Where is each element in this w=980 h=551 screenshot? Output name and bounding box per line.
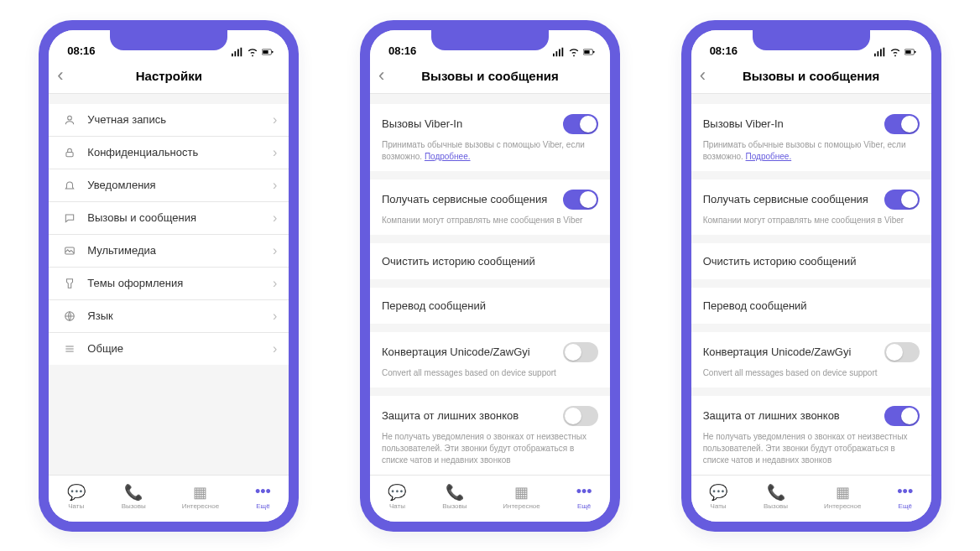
setting-label: Перевод сообщений (703, 299, 807, 312)
section-unicode: Конвертация Unicode/ZawGyi Convert all m… (691, 332, 931, 387)
setting-label: Очистить историю сообщений (703, 255, 857, 268)
content: Вызовы Viber-In Принимать обычные вызовы… (691, 94, 931, 475)
settings-row-general[interactable]: Общие › (49, 333, 289, 365)
learn-more-link[interactable]: Подробнее. (746, 152, 792, 161)
battery-icon (262, 47, 274, 57)
setting-desc: Не получать уведомления о звонках от неи… (691, 431, 931, 475)
setting-label: Очистить историю сообщений (382, 255, 535, 268)
setting-service-msg: Получать сервисные сообщения (370, 179, 610, 215)
learn-more-link[interactable]: Подробнее. (425, 152, 471, 161)
tab-label: Ещё (256, 502, 269, 510)
tab-calls[interactable]: 📞Вызовы (122, 484, 146, 510)
svg-rect-8 (66, 152, 73, 156)
nav-bar: ‹ Вызовы и сообщения (370, 59, 610, 94)
setting-label: Конвертация Unicode/ZawGyi (703, 346, 852, 358)
tab-chats[interactable]: 💬Чаты (388, 484, 406, 510)
status-icons (232, 47, 274, 57)
phone-mockup-2: 08:16 ‹ Вызовы и сообщения Вызовы Viber-… (360, 20, 620, 532)
setting-translate[interactable]: Перевод сообщений (370, 288, 610, 324)
screen: 08:16 ‹ Вызовы и сообщения Вызовы Viber-… (370, 30, 610, 522)
wifi-icon (889, 47, 901, 57)
setting-label: Защита от лишних звонков (382, 409, 519, 422)
chevron-right-icon: › (273, 178, 277, 193)
tab-calls[interactable]: 📞Вызовы (764, 484, 788, 510)
wifi-icon (568, 47, 580, 57)
settings-row-language[interactable]: Язык › (49, 300, 289, 333)
settings-row-media[interactable]: Мультимедиа › (49, 235, 289, 268)
section-clear-history: Очистить историю сообщений (691, 243, 931, 279)
setting-desc: Не получать уведомления о звонках от неи… (370, 431, 610, 475)
chat-icon (60, 212, 79, 224)
row-label: Общие (79, 342, 273, 355)
tab-chats[interactable]: 💬Чаты (709, 484, 727, 510)
media-icon (60, 245, 79, 257)
chevron-right-icon: › (273, 309, 277, 324)
tab-more[interactable]: •••Ещё (255, 484, 271, 510)
row-label: Мультимедиа (79, 244, 273, 257)
toggle-viber-in[interactable] (884, 114, 920, 134)
phone-mockup-3: 08:16 ‹ Вызовы и сообщения Вызовы Viber-… (681, 20, 941, 532)
back-button[interactable]: ‹ (378, 66, 384, 85)
setting-label: Получать сервисные сообщения (382, 193, 547, 205)
settings-row-account[interactable]: Учетная запись › (49, 104, 289, 137)
chevron-right-icon: › (273, 341, 277, 356)
toggle-spam[interactable] (563, 406, 598, 426)
notch (110, 30, 227, 50)
list-icon (60, 343, 79, 355)
tab-explore[interactable]: ▦Интересное (824, 484, 861, 510)
row-label: Уведомления (79, 179, 273, 191)
toggle-service-msg[interactable] (563, 190, 598, 210)
setting-desc: Convert all messages based on device sup… (370, 367, 610, 387)
settings-row-themes[interactable]: Темы оформления › (49, 268, 289, 300)
status-time: 08:16 (67, 44, 95, 57)
section-service-msg: Получать сервисные сообщения Компании мо… (370, 179, 610, 235)
tab-chats[interactable]: 💬Чаты (67, 484, 86, 510)
tab-label: Ещё (899, 502, 912, 510)
setting-spam: Защита от лишних звонков (691, 396, 931, 431)
tab-explore[interactable]: ▦Интересное (182, 484, 219, 510)
page-title: Вызовы и сообщения (421, 69, 558, 83)
svg-rect-21 (883, 47, 884, 56)
setting-clear-history[interactable]: Очистить историю сообщений (370, 243, 610, 279)
settings-row-notifications[interactable]: Уведомления › (49, 169, 289, 202)
settings-row-calls-messages[interactable]: Вызовы и сообщения › (49, 202, 289, 235)
setting-desc: Компании могут отправлять мне сообщения … (691, 215, 931, 235)
setting-unicode: Конвертация Unicode/ZawGyi (370, 332, 610, 367)
setting-translate[interactable]: Перевод сообщений (691, 288, 931, 324)
chevron-right-icon: › (273, 243, 277, 258)
tab-explore[interactable]: ▦Интересное (503, 484, 540, 510)
lock-icon (60, 147, 79, 159)
section-unicode: Конвертация Unicode/ZawGyi Convert all m… (370, 332, 610, 387)
tab-more[interactable]: •••Ещё (897, 484, 913, 510)
tab-calls[interactable]: 📞Вызовы (442, 484, 467, 510)
settings-row-privacy[interactable]: Конфиденциальность › (49, 137, 289, 169)
nav-bar: ‹ Вызовы и сообщения (691, 59, 931, 94)
setting-label: Вызовы Viber-In (703, 117, 784, 130)
setting-clear-history[interactable]: Очистить историю сообщений (691, 243, 931, 279)
svg-rect-2 (237, 49, 239, 56)
toggle-viber-in[interactable] (563, 114, 598, 134)
back-button[interactable]: ‹ (700, 66, 706, 85)
setting-label: Получать сервисные сообщения (703, 193, 868, 205)
svg-rect-12 (555, 51, 557, 56)
setting-label: Вызовы Viber-In (382, 117, 462, 130)
toggle-unicode[interactable] (884, 342, 920, 362)
tab-more[interactable]: •••Ещё (576, 484, 592, 510)
svg-rect-20 (880, 49, 882, 56)
toggle-service-msg[interactable] (884, 190, 920, 210)
page-title: Настройки (136, 69, 202, 83)
setting-desc: Компании могут отправлять мне сообщения … (370, 215, 610, 235)
toggle-spam[interactable] (884, 406, 920, 426)
svg-rect-13 (559, 49, 560, 56)
tab-label: Вызовы (442, 502, 467, 510)
notch (753, 30, 870, 50)
setting-label: Защита от лишних звонков (703, 409, 840, 422)
setting-label: Конвертация Unicode/ZawGyi (382, 346, 530, 358)
tab-label: Интересное (182, 502, 219, 510)
back-button[interactable]: ‹ (57, 66, 63, 85)
wifi-icon (247, 47, 258, 57)
setting-viber-in: Вызовы Viber-In (691, 104, 931, 139)
toggle-unicode[interactable] (563, 342, 598, 362)
theme-icon (60, 278, 79, 289)
setting-desc: Принимать обычные вызовы с помощью Viber… (691, 139, 931, 171)
